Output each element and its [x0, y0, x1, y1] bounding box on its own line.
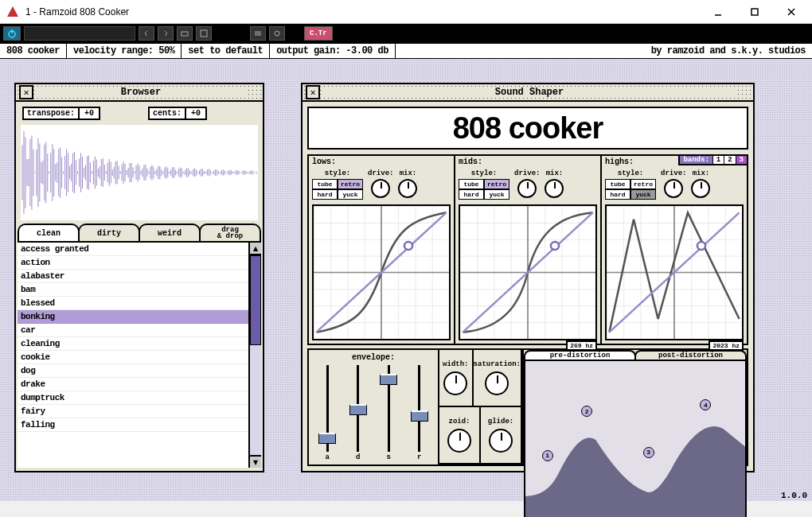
band-mids: mids:style:tuberetrohardyuckdrive:mix: 2…: [454, 154, 602, 345]
drive-knob[interactable]: [664, 179, 683, 198]
env-r-slider[interactable]: [418, 365, 420, 452]
eq-node-2[interactable]: 2: [581, 406, 592, 417]
mix-knob[interactable]: [398, 179, 417, 198]
power-button[interactable]: [3, 26, 21, 41]
style-tube[interactable]: tube: [459, 179, 484, 189]
browser-tab-dirty[interactable]: dirty: [78, 224, 140, 241]
distortion-curve[interactable]: [312, 204, 451, 340]
style-yuck[interactable]: yuck: [338, 189, 363, 200]
browser-tab-weird[interactable]: weird: [139, 224, 201, 241]
width-knob[interactable]: [443, 371, 467, 395]
next-preset-button[interactable]: [158, 26, 174, 41]
style-hard[interactable]: hard: [605, 189, 630, 200]
eq-tab-post-distortion[interactable]: post-distortion: [634, 350, 747, 360]
maximize-button[interactable]: [740, 2, 769, 21]
list-item[interactable]: dumptruck: [18, 391, 248, 405]
list-item[interactable]: bam: [18, 283, 248, 297]
list-item[interactable]: dog: [18, 364, 248, 378]
scroll-down-button[interactable]: ▾: [250, 455, 261, 468]
list-scrollbar[interactable]: ▴ ▾: [248, 243, 261, 468]
crossover-freq[interactable]: 2023 hz: [709, 340, 744, 351]
browser-tab-clean[interactable]: clean: [18, 224, 80, 241]
mix-knob[interactable]: [545, 179, 564, 198]
host-toolbar: C.Tr: [0, 24, 812, 43]
style-tube[interactable]: tube: [605, 179, 630, 189]
output-gain-readout[interactable]: output gain: -3.00 db: [270, 44, 396, 58]
style-hard[interactable]: hard: [312, 189, 338, 200]
list-item[interactable]: drake: [18, 378, 248, 391]
list-item[interactable]: falling: [18, 418, 248, 432]
bands-count-3[interactable]: 3: [736, 156, 747, 164]
bands-count-2[interactable]: 2: [724, 156, 735, 164]
svg-rect-8: [201, 30, 207, 37]
eq-graph[interactable]: 1234: [524, 360, 747, 517]
glide-knob[interactable]: [489, 429, 513, 453]
bands-count-1[interactable]: 1: [712, 156, 724, 164]
scroll-up-button[interactable]: ▴: [250, 243, 261, 255]
shaper-close-button[interactable]: ✕: [306, 85, 320, 99]
distortion-curve[interactable]: 2023 hz: [605, 204, 744, 340]
svg-point-24: [697, 242, 705, 250]
preset-display[interactable]: [24, 26, 135, 41]
mix-knob[interactable]: [691, 179, 710, 198]
credits: by ramzoid and s.k.y. studios: [645, 45, 812, 56]
drive-knob[interactable]: [371, 179, 390, 198]
list-item[interactable]: action: [18, 256, 248, 270]
list-item[interactable]: car: [18, 324, 248, 337]
style-retro[interactable]: retro: [630, 179, 656, 189]
settings-button[interactable]: [269, 26, 285, 41]
zoid-cell: zoid:: [438, 406, 481, 465]
style-retro[interactable]: retro: [484, 179, 509, 189]
eq-node-4[interactable]: 4: [700, 399, 711, 410]
scroll-thumb[interactable]: [250, 255, 261, 345]
style-retro[interactable]: retro: [338, 179, 363, 189]
crossover-freq[interactable]: 269 hz: [566, 340, 597, 351]
close-window-button[interactable]: [777, 2, 806, 21]
style-tube[interactable]: tube: [312, 179, 338, 189]
eq-section: pre-distortionpost-distortion 1234 gain:…: [522, 348, 748, 466]
saturation-knob[interactable]: [485, 371, 509, 395]
eq-node-1[interactable]: 1: [542, 450, 553, 461]
list-item[interactable]: access granted: [18, 243, 248, 256]
eq-node-3[interactable]: 3: [643, 447, 654, 458]
list-item[interactable]: blessed: [18, 297, 248, 310]
list-item[interactable]: cleaning: [18, 337, 248, 351]
save-button[interactable]: [196, 26, 212, 41]
open-folder-button[interactable]: [177, 26, 193, 41]
ctr-button[interactable]: C.Tr: [304, 26, 333, 41]
set-default-button[interactable]: set to default: [182, 44, 270, 58]
list-item[interactable]: alabaster: [18, 270, 248, 283]
list-item[interactable]: cookie: [18, 351, 248, 364]
distortion-curve[interactable]: 269 hz: [459, 204, 597, 340]
drive-knob[interactable]: [517, 179, 537, 198]
eq-tab-pre-distortion[interactable]: pre-distortion: [524, 350, 636, 360]
list-item[interactable]: bonking: [18, 310, 248, 324]
style-hard[interactable]: hard: [459, 189, 484, 200]
style-yuck[interactable]: yuck: [630, 189, 656, 200]
browser-tab-drag-drop[interactable]: drag& drop: [199, 224, 261, 241]
main-area: ✕ Browser transpose: +0 cents: +0 cleand…: [0, 59, 812, 501]
env-a-slider[interactable]: [326, 365, 329, 452]
cents-control[interactable]: cents: +0: [148, 107, 207, 120]
shaper-title: Sound Shaper: [323, 87, 736, 98]
waveform-display: [21, 125, 258, 220]
style-yuck[interactable]: yuck: [484, 189, 509, 200]
product-title: 808 cooker: [307, 107, 748, 150]
svg-point-16: [404, 242, 412, 250]
preset-list[interactable]: access grantedactionalabasterbamblessedb…: [18, 243, 248, 468]
svg-point-20: [551, 242, 559, 250]
svg-rect-2: [751, 9, 758, 15]
prev-preset-button[interactable]: [139, 26, 154, 41]
minimize-button[interactable]: [704, 2, 732, 21]
zoid-knob[interactable]: [447, 429, 471, 453]
browser-close-button[interactable]: ✕: [19, 85, 33, 99]
envelope-section: envelope: adsr: [307, 348, 439, 466]
band-lows: lows:style:tuberetrohardyuckdrive:mix:: [307, 154, 455, 345]
list-item[interactable]: fairy: [18, 405, 248, 418]
velocity-readout[interactable]: velocity range: 50%: [67, 44, 182, 58]
env-d-slider[interactable]: [357, 365, 359, 452]
transpose-control[interactable]: transpose: +0: [22, 107, 100, 120]
list-button[interactable]: [250, 26, 266, 41]
env-s-slider[interactable]: [388, 365, 390, 452]
svg-rect-7: [182, 32, 188, 36]
